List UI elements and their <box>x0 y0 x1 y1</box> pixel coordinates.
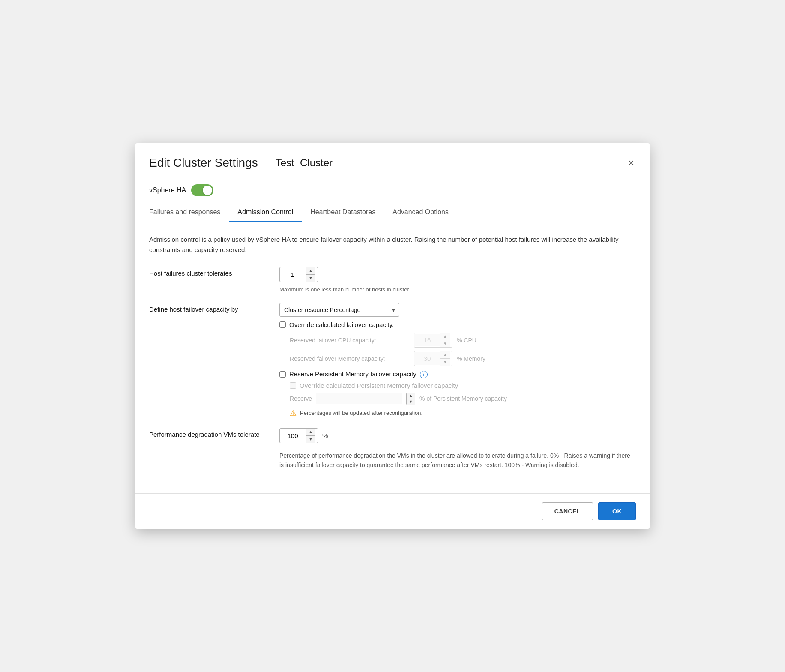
reserved-cpu-row: Reserved failover CPU capacity: 16 ▲ ▼ %… <box>290 333 636 348</box>
define-capacity-row: Define host failover capacity by Cluster… <box>149 303 636 418</box>
reserve-decrement: ▼ <box>407 399 415 405</box>
edit-cluster-dialog: Edit Cluster Settings Test_Cluster × vSp… <box>135 143 650 529</box>
performance-decrement[interactable]: ▼ <box>306 436 315 443</box>
performance-spinbox-row: 100 ▲ ▼ % <box>279 428 636 443</box>
warning-row: ⚠ Percentages will be updated after reco… <box>290 408 636 418</box>
override-capacity-checkbox[interactable] <box>279 321 286 328</box>
vsphere-ha-row: vSphere HA <box>135 179 650 203</box>
dialog-content: Admission control is a policy used by vS… <box>135 222 650 493</box>
performance-spinbox-btns: ▲ ▼ <box>306 429 315 443</box>
performance-input[interactable]: 100 <box>280 429 306 442</box>
reserved-memory-spinbox: 30 ▲ ▼ <box>414 351 452 366</box>
ok-button[interactable]: OK <box>598 502 636 520</box>
reserve-row: Reserve ▲ ▼ % of Persistent Memory capac… <box>290 393 636 405</box>
reserved-memory-input: 30 <box>414 352 440 365</box>
cancel-button[interactable]: CANCEL <box>542 502 593 520</box>
performance-control: 100 ▲ ▼ % Percentage of performance degr… <box>279 428 636 470</box>
dialog-header: Edit Cluster Settings Test_Cluster × <box>135 143 650 179</box>
override-persistent-row[interactable]: Override calculated Persistent Memory fa… <box>290 382 636 389</box>
host-failures-spinbox-btns: ▲ ▼ <box>306 267 315 282</box>
host-failures-spinbox[interactable]: 1 ▲ ▼ <box>279 267 318 282</box>
host-failures-label: Host failures cluster tolerates <box>149 267 269 277</box>
reserved-capacities: Reserved failover CPU capacity: 16 ▲ ▼ %… <box>279 333 636 366</box>
performance-spinbox[interactable]: 100 ▲ ▼ <box>279 428 318 443</box>
reserve-persistent-row[interactable]: Reserve Persistent Memory failover capac… <box>279 370 636 378</box>
reserve-persistent-label[interactable]: Reserve Persistent Memory failover capac… <box>289 370 428 378</box>
reserved-memory-btns: ▲ ▼ <box>440 351 450 366</box>
dialog-footer: CANCEL OK <box>135 493 650 529</box>
reserved-cpu-unit: % CPU <box>457 337 476 344</box>
reserved-cpu-decrement: ▼ <box>440 340 450 347</box>
tabs-container: Failures and responses Admission Control… <box>135 203 650 222</box>
dialog-title: Edit Cluster Settings <box>149 156 258 170</box>
reserved-cpu-input: 16 <box>414 334 440 346</box>
tab-admission[interactable]: Admission Control <box>229 203 302 222</box>
reserved-cpu-increment: ▲ <box>440 333 450 340</box>
reserve-spinbox-small: ▲ ▼ <box>406 393 415 405</box>
define-capacity-select-wrapper[interactable]: Cluster resource Percentage Slot Policy … <box>279 303 399 317</box>
performance-description: Percentage of performance degradation th… <box>279 451 636 470</box>
reserve-persistent-checkbox[interactable] <box>279 371 286 378</box>
host-failures-increment[interactable]: ▲ <box>306 267 315 275</box>
reserve-input <box>316 393 402 404</box>
define-capacity-select[interactable]: Cluster resource Percentage Slot Policy … <box>279 303 399 317</box>
reserved-cpu-label: Reserved failover CPU capacity: <box>290 337 410 344</box>
reserved-memory-unit: % Memory <box>457 355 485 362</box>
reserved-memory-row: Reserved failover Memory capacity: 30 ▲ … <box>290 351 636 366</box>
reserved-memory-increment: ▲ <box>440 351 450 359</box>
vsphere-ha-label: vSphere HA <box>149 186 186 194</box>
header-divider <box>267 155 267 171</box>
define-capacity-label: Define host failover capacity by <box>149 303 269 313</box>
warning-text: Percentages will be updated after reconf… <box>300 410 422 416</box>
define-capacity-control: Cluster resource Percentage Slot Policy … <box>279 303 636 418</box>
reserve-increment: ▲ <box>407 393 415 399</box>
tab-failures[interactable]: Failures and responses <box>149 203 229 222</box>
override-capacity-label[interactable]: Override calculated failover capacity. <box>289 321 394 328</box>
host-failures-hint: Maximum is one less than number of hosts… <box>279 286 636 293</box>
tab-advanced[interactable]: Advanced Options <box>384 203 457 222</box>
form-section: Host failures cluster tolerates 1 ▲ ▼ Ma… <box>149 267 636 470</box>
override-capacity-row[interactable]: Override calculated failover capacity. <box>279 321 636 328</box>
cluster-name: Test_Cluster <box>276 157 333 169</box>
reserve-unit: % of Persistent Memory capacity <box>419 395 507 402</box>
reserved-memory-label: Reserved failover Memory capacity: <box>290 355 410 362</box>
host-failures-input[interactable]: 1 <box>280 268 306 281</box>
info-icon[interactable]: i <box>420 371 428 378</box>
host-failures-control: 1 ▲ ▼ Maximum is one less than number of… <box>279 267 636 293</box>
persistent-memory-section: Reserve Persistent Memory failover capac… <box>279 370 636 418</box>
host-failures-decrement[interactable]: ▼ <box>306 275 315 282</box>
tab-heartbeat[interactable]: Heartbeat Datastores <box>302 203 384 222</box>
warning-icon: ⚠ <box>290 408 297 418</box>
persistent-indented: Override calculated Persistent Memory fa… <box>279 382 636 418</box>
performance-increment[interactable]: ▲ <box>306 429 315 436</box>
host-failures-row: Host failures cluster tolerates 1 ▲ ▼ Ma… <box>149 267 636 293</box>
reserved-cpu-spinbox: 16 ▲ ▼ <box>414 333 452 348</box>
description-text: Admission control is a policy used by vS… <box>149 234 636 255</box>
close-button[interactable]: × <box>626 156 636 170</box>
vsphere-ha-toggle[interactable] <box>191 184 213 196</box>
reserve-label: Reserve <box>290 395 312 402</box>
reserved-cpu-btns: ▲ ▼ <box>440 333 450 347</box>
override-persistent-checkbox[interactable] <box>290 382 296 389</box>
override-persistent-label[interactable]: Override calculated Persistent Memory fa… <box>300 382 458 389</box>
reserved-memory-decrement: ▼ <box>440 359 450 366</box>
performance-row: Performance degradation VMs tolerate 100… <box>149 428 636 470</box>
toggle-slider <box>191 184 213 196</box>
performance-label: Performance degradation VMs tolerate <box>149 428 269 438</box>
performance-unit: % <box>322 432 328 439</box>
